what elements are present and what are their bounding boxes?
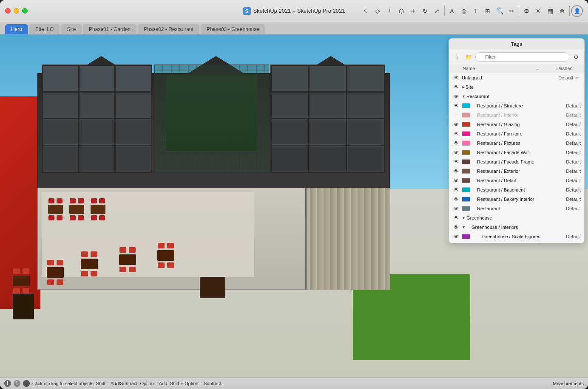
eye-icon-restaurant-facade-wall[interactable]: 👁 [452, 149, 460, 156]
color-restaurant-root[interactable] [462, 206, 470, 211]
color-greenhouse-scale-figures[interactable] [462, 234, 470, 239]
eye-icon-restaurant-group[interactable]: 👁 [452, 93, 460, 100]
outdoor-dining-1 [13, 268, 30, 293]
tag-row-site[interactable]: 👁 ▶ Site [449, 82, 584, 92]
color-restaurant-interior[interactable] [462, 113, 470, 118]
viewport[interactable]: Tags + 📁 🔍 ⚙ Name ⌄ Dashes [0, 35, 588, 377]
titlebar-tool-17[interactable]: ⊗ [556, 5, 568, 17]
tag-row-greenhouse-interiors[interactable]: 👁 ▼ Greenhouse / Interiors [449, 223, 584, 232]
tab-hero[interactable]: Hero [5, 24, 28, 34]
tab-site-lo[interactable]: Site_LO [29, 24, 60, 34]
color-restaurant-basement[interactable] [462, 187, 470, 192]
eye-icon-restaurant-fixtures[interactable]: 👁 [452, 139, 460, 147]
titlebar-tool-16[interactable]: ▦ [544, 5, 556, 17]
titlebar-tool-14[interactable]: ⚙ [520, 5, 532, 17]
tab-phase01[interactable]: Phase01 - Garden [83, 24, 136, 34]
eye-icon-restaurant-glazing[interactable]: 👁 [452, 121, 460, 128]
eye-icon-greenhouse-furniture[interactable]: 👁 [452, 242, 460, 243]
tag-row-restaurant-group[interactable]: 👁 ▼ Restaurant [449, 92, 584, 101]
expand-site[interactable]: ▶ [462, 85, 465, 89]
eye-icon-greenhouse-scale-figures[interactable]: 👁 [452, 233, 460, 240]
info-icon-2[interactable]: i [14, 380, 20, 387]
tag-row-greenhouse-group[interactable]: 👁 ▼ Greenhouse [449, 213, 584, 223]
eye-icon-site[interactable]: 👁 [452, 83, 460, 91]
tag-edit-untagged[interactable]: ✏ [573, 75, 581, 81]
tags-folder-button[interactable]: 📁 [464, 52, 473, 62]
expand-restaurant[interactable]: ▼ [462, 94, 466, 99]
tag-row-restaurant-glazing[interactable]: 👁 Restaurant / Glazing Default [449, 120, 584, 129]
close-button[interactable] [5, 8, 11, 14]
tags-add-button[interactable]: + [452, 52, 462, 62]
tag-row-restaurant-interior[interactable]: ○ Restaurant / Interior Default [449, 110, 584, 120]
tag-row-restaurant-facade-frame[interactable]: 👁 Restaurant / Facade Frame Default [449, 157, 584, 166]
eye-icon-restaurant-interior[interactable]: ○ [452, 111, 460, 119]
tag-row-restaurant-structure[interactable]: 👁 Restaurant / Structure Default [449, 101, 584, 110]
titlebar-tool-4[interactable]: ⬡ [395, 5, 407, 17]
tag-dashes-restaurant-fixtures: Default [557, 141, 581, 146]
color-restaurant-exterior[interactable] [462, 169, 470, 174]
expand-greenhouse[interactable]: ▼ [462, 216, 466, 220]
eye-icon-restaurant-root[interactable]: 👁 [452, 205, 460, 212]
color-restaurant-glazing[interactable] [462, 122, 470, 127]
tag-row-greenhouse-furniture[interactable]: 👁 Greenhouse / Furniture Default [449, 241, 584, 243]
titlebar-tool-8[interactable]: A [446, 5, 458, 17]
tags-search-input[interactable] [475, 52, 569, 62]
tag-name-restaurant-structure: Restaurant / Structure [472, 103, 557, 108]
eye-icon-restaurant-facade-frame[interactable]: 👁 [452, 158, 460, 166]
tags-column-headers: Name ⌄ Dashes [449, 64, 584, 73]
eye-icon-greenhouse-interiors[interactable]: 👁 [452, 223, 460, 231]
tag-row-restaurant-root[interactable]: 👁 Restaurant Default [449, 204, 584, 213]
eye-icon-restaurant-structure[interactable]: 👁 [452, 102, 460, 110]
maximize-button[interactable] [22, 8, 28, 14]
tab-phase02[interactable]: Phase02 - Restaurant [138, 24, 199, 34]
info-icon[interactable]: i [4, 380, 11, 387]
titlebar-tool-15[interactable]: ✕ [532, 5, 544, 17]
expand-greenhouse-interiors[interactable]: ▼ [462, 225, 466, 229]
titlebar-tool-11[interactable]: ⊞ [482, 5, 494, 17]
eye-icon-restaurant-detail[interactable]: 👁 [452, 177, 460, 184]
minimize-button[interactable] [14, 8, 19, 14]
tag-row-restaurant-basement[interactable]: 👁 Restaurant / Basement Default [449, 185, 584, 194]
titlebar-tool-6[interactable]: ↻ [419, 5, 431, 17]
glass-9 [116, 119, 151, 145]
tags-more-button[interactable]: ⚙ [571, 52, 581, 62]
titlebar-tool-13[interactable]: ✂ [506, 5, 517, 17]
color-restaurant-facade-frame[interactable] [462, 159, 470, 164]
color-restaurant-bakery[interactable] [462, 197, 470, 202]
tab-phase03[interactable]: Phase03 - Greenhouse [201, 24, 265, 34]
eye-icon-restaurant-furniture[interactable]: 👁 [452, 130, 460, 138]
tab-site[interactable]: Site [61, 24, 82, 34]
user-avatar[interactable]: 👤 [571, 5, 583, 17]
titlebar-tool-12[interactable]: 🔍 [494, 5, 506, 17]
status-dot [23, 380, 30, 387]
color-restaurant-detail[interactable] [462, 178, 470, 183]
tag-row-untagged[interactable]: 👁 Untagged Default ✏ [449, 73, 584, 82]
eye-icon-restaurant-bakery[interactable]: 👁 [452, 195, 460, 203]
eye-icon-untagged[interactable]: 👁 [452, 74, 460, 82]
color-restaurant-structure[interactable] [462, 103, 470, 108]
tag-row-greenhouse-scale-figures[interactable]: 👁 Greenhouse / Scale Figures Default [449, 232, 584, 241]
col-sort-chevron[interactable]: ⌄ [536, 66, 543, 71]
titlebar-tool-2[interactable]: ◇ [372, 5, 383, 17]
tag-row-restaurant-facade-wall[interactable]: 👁 Restaurant / Facade Wall Default [449, 148, 584, 157]
tag-row-restaurant-bakery[interactable]: 👁 Restaurant / Bakery Interior Default [449, 194, 584, 204]
color-restaurant-fixtures[interactable] [462, 141, 470, 146]
tag-name-restaurant-bakery: Restaurant / Bakery Interior [472, 197, 557, 202]
eye-icon-greenhouse-group[interactable]: 👁 [452, 214, 460, 222]
glass-5 [80, 93, 115, 118]
tag-row-restaurant-exterior[interactable]: 👁 Restaurant / Exterior Default [449, 166, 584, 176]
titlebar-tool-1[interactable]: ↖ [360, 5, 372, 17]
titlebar-tool-9[interactable]: ◎ [458, 5, 470, 17]
tag-row-restaurant-detail[interactable]: 👁 Restaurant / Detail Default [449, 176, 584, 185]
titlebar-tool-10[interactable]: T [470, 5, 482, 17]
outdoor-chair-6 [57, 260, 63, 265]
titlebar-tool-7[interactable]: ⤢ [431, 5, 443, 17]
tag-row-restaurant-fixtures[interactable]: 👁 Restaurant / Fixtures Default [449, 138, 584, 148]
eye-icon-restaurant-basement[interactable]: 👁 [452, 186, 460, 194]
titlebar-tool-3[interactable]: / [383, 5, 395, 17]
color-restaurant-facade-wall[interactable] [462, 150, 470, 155]
titlebar-tool-5[interactable]: ✛ [407, 5, 419, 17]
eye-icon-restaurant-exterior[interactable]: 👁 [452, 167, 460, 175]
tag-row-restaurant-furniture[interactable]: 👁 Restaurant / Furniture Default [449, 129, 584, 138]
color-restaurant-furniture[interactable] [462, 131, 470, 136]
